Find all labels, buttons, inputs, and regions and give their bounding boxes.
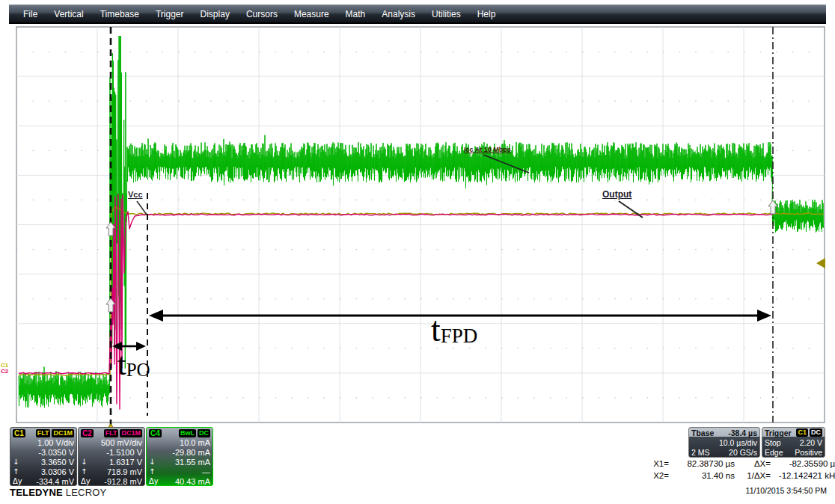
cursor-symbol-icon: ↓ xyxy=(81,458,93,466)
channel-box-c2[interactable]: C2FLTDC1M500 mV/div-1.5100 V↓1.6317 V↑71… xyxy=(78,427,145,486)
trigger-level: 2.20 V xyxy=(800,438,822,447)
dx-value: -82.35590 µs xyxy=(771,459,835,468)
channel-badge-dc1m: DC1M xyxy=(52,429,74,437)
channel-value: — xyxy=(161,467,210,476)
dx-label: ΔX= xyxy=(735,459,771,468)
x1-label: X1= xyxy=(640,459,669,468)
channel-value: 40.43 mA xyxy=(161,477,210,486)
tpo-subscript: PO xyxy=(126,360,150,380)
trigger-coupling-badge: DC xyxy=(810,428,822,437)
channel-value: -912.8 mV xyxy=(93,477,142,486)
channel-id-badge: C2 xyxy=(81,429,94,437)
timebase-sample-rate: 20 GS/s xyxy=(729,448,757,457)
x2-value: 31.40 ns xyxy=(669,471,735,480)
teledyne-lecroy-logo: TELEDYNE LECROY xyxy=(10,487,106,498)
cursor-symbol-icon: Δy xyxy=(81,477,93,485)
channel-badge-flt: FLT xyxy=(36,429,51,437)
x2-label: X2= xyxy=(640,471,669,480)
trigger-type: Edge xyxy=(765,448,783,457)
cursor-symbol-icon: ↑ xyxy=(13,467,25,476)
x1-value: 82.38730 µs xyxy=(669,459,735,468)
trigger-mode: Stop xyxy=(765,438,781,447)
logo-lecroy: LECROY xyxy=(66,487,107,498)
output-annotation-label: Output xyxy=(602,189,631,200)
tfpd-time-label: tFPD xyxy=(431,313,477,347)
channel-badge-dc1m: DC1M xyxy=(120,429,142,437)
timebase-per-div: 10.0 µs/div xyxy=(719,438,757,447)
channel-badge-flt: FLT xyxy=(104,429,119,437)
trigger-descriptor[interactable]: Trigger C1 DC Stop 2.20 V Edge Positive xyxy=(762,427,825,458)
channel-value: 718.9 mV xyxy=(93,467,142,476)
channel-id-badge: C1 xyxy=(13,429,25,437)
channel-badge-bwl: BwL xyxy=(179,429,196,437)
tfpd-symbol: t xyxy=(431,310,441,348)
cursor-symbol-icon: ↓ xyxy=(13,458,25,466)
channel-value: -29.80 mA xyxy=(161,448,210,457)
icc-annotation-label: Icc At 10 Mbps xyxy=(464,146,511,153)
channel-value: 3.3650 V xyxy=(25,458,74,467)
channel-id-badge: C4 xyxy=(149,429,162,437)
channel-box-c1[interactable]: C1FLTDC1M1.00 V/div-3.0350 V↓3.3650 V↑3.… xyxy=(10,427,77,486)
c2-zero-level-marker: C2 xyxy=(1,368,8,375)
tpo-symbol: t xyxy=(117,347,126,381)
datetime-display: 11/10/2015 3:54:50 PM xyxy=(722,486,827,495)
channel-value: 1.6317 V xyxy=(93,458,142,467)
timebase-descriptor[interactable]: Tbase -38.4 µs 10.0 µs/div 2 MS 20 GS/s xyxy=(688,427,760,458)
timebase-delay: -38.4 µs xyxy=(728,428,757,437)
vcc-annotation-label: Vcc xyxy=(128,190,143,199)
inv-dx-label: 1/ΔX= xyxy=(735,471,771,480)
channel-value: 10.0 mA xyxy=(161,438,210,447)
channel-value: 3.0306 V xyxy=(25,467,74,476)
channel-descriptor-row: C1FLTDC1M1.00 V/div-3.0350 V↓3.3650 V↑3.… xyxy=(10,427,213,486)
trigger-title: Trigger xyxy=(765,428,792,437)
logo-teledyne: TELEDYNE xyxy=(10,487,63,498)
trigger-source-badge: C1 xyxy=(796,428,808,437)
timebase-samples: 2 MS xyxy=(691,448,710,457)
cursor-symbol-icon: ↑ xyxy=(81,467,93,476)
tpo-time-label: tPO xyxy=(117,348,150,380)
channel-value: 1.00 V/div xyxy=(25,438,74,447)
channel-value: 31.55 mA xyxy=(161,458,210,467)
cursor-readout: X1= 82.38730 µs ΔX= -82.35590 µs X2= 31.… xyxy=(640,458,835,482)
channel-value: 500 mV/div xyxy=(93,438,142,447)
cursor-symbol-icon: Δy xyxy=(149,477,161,485)
channel-box-c4[interactable]: C4BwLDC10.0 mA-29.80 mA↓31.55 mA↑—Δy40.4… xyxy=(146,427,213,486)
channel-value: -3.0350 V xyxy=(25,448,74,457)
trigger-slope: Positive xyxy=(795,448,822,457)
tfpd-subscript: FPD xyxy=(441,325,478,347)
cursor-symbol-icon: ↑ xyxy=(149,467,161,476)
channel-value: -334.4 mV xyxy=(25,477,74,486)
channel-badge-dc: DC xyxy=(198,429,210,437)
channel-value: -1.5100 V xyxy=(93,448,142,457)
cursor-symbol-icon: Δy xyxy=(13,477,25,485)
timebase-title: Tbase xyxy=(691,428,714,437)
oscilloscope-screen: FileVerticalTimebaseTriggerDisplayCursor… xyxy=(0,0,835,504)
inv-dx-value: -12.142421 kHz xyxy=(771,471,835,480)
cursor-symbol-icon: ↓ xyxy=(149,458,161,466)
